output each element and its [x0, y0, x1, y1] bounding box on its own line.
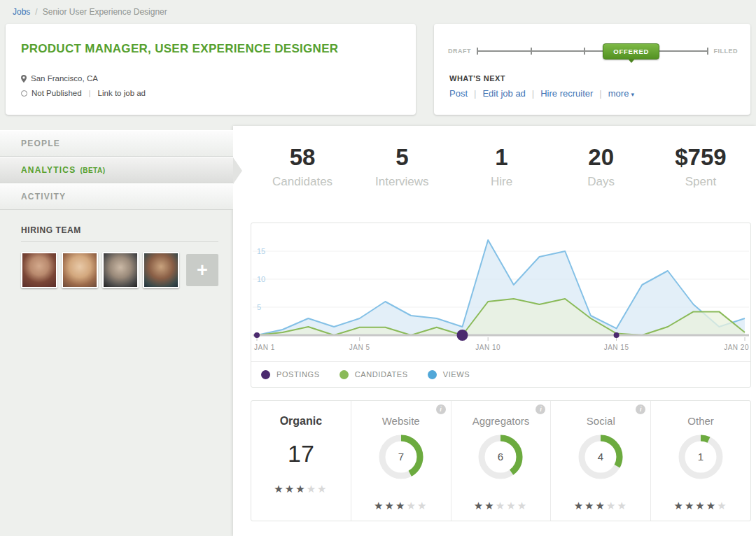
svg-text:5: 5	[257, 303, 261, 311]
source-donut: 1	[676, 432, 725, 481]
info-icon[interactable]: i	[636, 404, 645, 414]
source-rating: ★★★★★	[351, 500, 451, 512]
add-team-member-button[interactable]: +	[186, 254, 218, 286]
hiring-team-avatar[interactable]	[62, 252, 98, 288]
star-empty-icon: ★	[406, 500, 416, 512]
breadcrumb-current: Senior User Experience Designer	[43, 7, 167, 17]
link-to-job-ad[interactable]: Link to job ad	[98, 89, 146, 97]
stat-label: Interviews	[352, 175, 451, 189]
hiring-team-avatar[interactable]	[102, 252, 139, 288]
legend-label: CANDIDATES	[355, 370, 408, 379]
sidebar-tab-analytics[interactable]: ANALYTICS(BETA)	[0, 157, 233, 183]
legend-item-postings: POSTINGS	[261, 370, 320, 379]
meta-divider: |	[89, 89, 91, 97]
legend-label: POSTINGS	[276, 370, 320, 379]
source-title: Social	[551, 415, 650, 427]
source-title: Website	[351, 415, 451, 427]
stat-label: Days	[552, 175, 651, 189]
star-empty-icon: ★	[617, 500, 627, 512]
source-rating: ★★★★★	[251, 483, 351, 495]
job-title: PRODUCT MANAGER, USER EXPERIENCE DESIGNE…	[21, 42, 338, 56]
summary-stats-row: 58Candidates5Interviews1Hire20Days$759Sp…	[253, 144, 750, 189]
sidebar-tab-label: ANALYTICS	[21, 165, 76, 175]
job-location-row: San Francisco, CA	[21, 74, 98, 83]
star-filled-icon: ★	[295, 483, 306, 495]
chart-legend: POSTINGSCANDIDATESVIEWS	[251, 361, 750, 387]
source-value: 17	[251, 440, 351, 467]
action-more[interactable]: more▾	[608, 88, 634, 99]
info-icon[interactable]: i	[536, 404, 545, 414]
star-empty-icon: ★	[496, 500, 506, 512]
svg-text:JAN 15: JAN 15	[604, 344, 629, 351]
hiring-team-avatar[interactable]	[21, 252, 57, 288]
sidebar-tab-activity[interactable]: ACTIVITY	[0, 183, 233, 210]
source-rating: ★★★★★	[651, 500, 750, 512]
offered-stage-badge[interactable]: OFFERED	[603, 43, 659, 59]
stat-hire: 1Hire	[451, 144, 551, 189]
stepper-track-left	[477, 50, 604, 52]
legend-dot-postings	[261, 370, 270, 379]
star-filled-icon: ★	[385, 500, 396, 512]
star-empty-icon: ★	[606, 500, 617, 512]
star-filled-icon: ★	[574, 500, 584, 512]
action-edit-job-ad[interactable]: Edit job ad	[482, 88, 525, 99]
source-rating: ★★★★★	[551, 500, 650, 512]
star-filled-icon: ★	[474, 500, 484, 512]
star-filled-icon: ★	[695, 500, 706, 512]
location-pin-icon	[21, 75, 27, 83]
hiring-team-avatar[interactable]	[143, 252, 179, 288]
source-title: Aggregators	[451, 415, 551, 427]
source-donut: 7	[377, 432, 426, 481]
stage-label-draft: DRAFT	[448, 48, 471, 55]
sidebar-tab-suffix: (BETA)	[80, 167, 105, 174]
source-card-organic: Organic17★★★★★	[251, 401, 351, 521]
star-filled-icon: ★	[396, 500, 406, 512]
svg-text:JAN 5: JAN 5	[349, 344, 370, 351]
star-empty-icon: ★	[506, 500, 517, 512]
svg-text:JAN 20: JAN 20	[724, 344, 749, 351]
info-icon[interactable]: i	[436, 404, 446, 414]
star-filled-icon: ★	[374, 500, 384, 512]
action-separator: |	[532, 88, 534, 99]
stat-label: Hire	[451, 175, 551, 189]
stat-value: $759	[651, 144, 750, 171]
job-location: San Francisco, CA	[31, 74, 98, 83]
breadcrumb-jobs-link[interactable]: Jobs	[13, 7, 30, 17]
legend-label: VIEWS	[443, 370, 470, 379]
job-stage-card: DRAFT OFFERED FILLED WHAT'S NEXT Post|Ed…	[434, 24, 750, 115]
candidate-sources-card: Organic17★★★★★Websitei7★★★★★Aggregatorsi…	[251, 400, 751, 521]
star-filled-icon: ★	[685, 500, 695, 512]
publish-status: Not Published	[31, 89, 82, 97]
svg-text:7: 7	[398, 451, 404, 463]
star-filled-icon: ★	[673, 500, 684, 512]
stat-interviews: 5Interviews	[352, 144, 451, 189]
trend-chart: 51015JAN 1JAN 5JAN 10JAN 15JAN 20	[251, 223, 750, 361]
source-title: Organic	[251, 415, 351, 428]
legend-dot-candidates	[340, 370, 349, 379]
svg-text:1: 1	[698, 451, 704, 463]
stat-label: Candidates	[253, 175, 352, 189]
star-filled-icon: ★	[285, 483, 295, 495]
job-summary-card: PRODUCT MANAGER, USER EXPERIENCE DESIGNE…	[6, 24, 416, 115]
stepper-track-right	[658, 50, 708, 52]
source-title: Other	[651, 415, 750, 427]
stat-days: 20Days	[552, 144, 651, 189]
stat-value: 20	[552, 144, 651, 171]
svg-text:JAN 10: JAN 10	[475, 344, 500, 351]
chevron-down-icon: ▾	[631, 91, 634, 98]
star-filled-icon: ★	[706, 500, 717, 512]
hiring-team-heading: HIRING TEAM	[21, 225, 218, 242]
action-post[interactable]: Post	[449, 88, 468, 99]
breadcrumb-separator: /	[35, 7, 37, 17]
source-rating: ★★★★★	[451, 500, 551, 512]
breadcrumb: Jobs/Senior User Experience Designer	[13, 7, 167, 17]
action-hire-recruiter[interactable]: Hire recruiter	[540, 88, 593, 99]
legend-dot-views	[428, 370, 437, 379]
job-stage-stepper: DRAFT OFFERED FILLED	[448, 41, 738, 62]
star-empty-icon: ★	[717, 500, 727, 512]
action-separator: |	[474, 88, 476, 99]
stat-label: Spent	[651, 175, 750, 189]
star-filled-icon: ★	[274, 483, 284, 495]
source-card-other: Other1★★★★★	[650, 401, 750, 521]
sidebar-tab-people[interactable]: PEOPLE	[0, 130, 233, 157]
